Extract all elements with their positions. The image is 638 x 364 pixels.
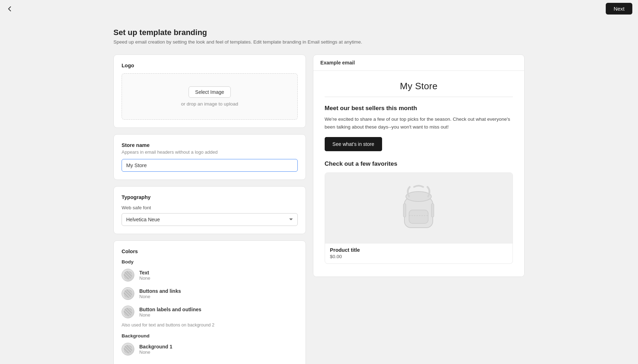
colors-title: Colors — [122, 249, 298, 254]
body-label: Body — [122, 259, 298, 265]
button-labels-value: None — [139, 312, 201, 318]
email-preview: My Store Meet our best sellers this mont… — [313, 71, 524, 277]
typography-card: Typography Web safe font Helvetica Neue … — [113, 186, 306, 234]
next-button[interactable]: Next — [606, 3, 632, 15]
web-safe-font-label: Web safe font — [122, 205, 298, 210]
background-label: Background — [122, 333, 298, 339]
main-content: Set up template branding Speed up email … — [106, 17, 532, 364]
background1-info: Background 1 None — [139, 344, 172, 355]
left-column: Logo Select Image or drop an image to up… — [113, 55, 306, 364]
logo-card: Logo Select Image or drop an image to up… — [113, 55, 306, 128]
text-color-value: None — [139, 275, 150, 281]
text-color-info: Text None — [139, 270, 150, 281]
example-email-header: Example email — [313, 55, 524, 71]
font-select[interactable]: Helvetica Neue Arial Georgia Times New R… — [122, 213, 298, 226]
svg-rect-5 — [431, 204, 434, 217]
email-body-text: We're excited to share a few of our top … — [325, 115, 513, 131]
swatch-inner — [124, 289, 132, 298]
swatch-inner — [124, 345, 132, 353]
select-image-button[interactable]: Select Image — [189, 86, 231, 98]
buttons-links-name: Buttons and links — [139, 288, 181, 294]
back-button[interactable] — [6, 5, 13, 13]
product-image-area — [325, 173, 513, 244]
color-row-buttons-links: Buttons and links None — [122, 287, 298, 300]
top-bar: Next — [0, 0, 638, 17]
store-name-card: Store name Appears in email headers with… — [113, 134, 306, 180]
color-row-background1: Background 1 None — [122, 343, 298, 356]
example-email-card: Example email My Store Meet our best sel… — [313, 55, 525, 277]
color-row-text: Text None — [122, 269, 298, 281]
background1-value: None — [139, 349, 172, 355]
button-labels-name: Button labels and outlines — [139, 307, 201, 312]
font-select-wrapper: Helvetica Neue Arial Georgia Times New R… — [122, 213, 298, 226]
page-title: Set up template branding — [113, 28, 525, 37]
background1-name: Background 1 — [139, 344, 172, 349]
swatch-inner — [124, 308, 132, 316]
upload-drop-text: or drop an image to upload — [181, 101, 238, 107]
text-color-swatch[interactable] — [122, 269, 134, 281]
upload-area[interactable]: Select Image or drop an image to upload — [122, 73, 298, 120]
email-cta-button[interactable]: See what's in store — [325, 137, 382, 151]
svg-rect-4 — [403, 204, 406, 217]
buttons-links-info: Buttons and links None — [139, 288, 181, 299]
button-labels-info: Button labels and outlines None — [139, 307, 201, 318]
product-title: Product title — [330, 247, 508, 253]
buttons-links-value: None — [139, 294, 181, 299]
buttons-links-swatch[interactable] — [122, 287, 134, 300]
product-price: $0.00 — [330, 254, 508, 259]
email-favorites-title: Check out a few favorites — [325, 160, 513, 167]
store-name-title: Store name — [122, 142, 298, 148]
colors-card: Colors Body Text None Bu — [113, 240, 306, 364]
page-subtitle: Speed up email creation by setting the l… — [113, 39, 525, 45]
text-color-name: Text — [139, 270, 150, 275]
button-labels-swatch[interactable] — [122, 306, 134, 318]
email-store-name: My Store — [325, 81, 513, 97]
svg-rect-2 — [409, 210, 428, 223]
also-used-text: Also used for text and buttons on backgr… — [122, 323, 298, 328]
two-column-layout: Logo Select Image or drop an image to up… — [113, 55, 525, 364]
typography-title: Typography — [122, 194, 298, 200]
swatch-inner — [124, 271, 132, 279]
store-name-hint: Appears in email headers without a logo … — [122, 149, 298, 155]
product-card: Product title $0.00 — [325, 172, 513, 264]
product-info: Product title $0.00 — [325, 244, 513, 263]
email-best-sellers-title: Meet our best sellers this month — [325, 105, 513, 112]
backpack-icon — [396, 182, 442, 235]
background1-swatch[interactable] — [122, 343, 134, 356]
color-row-button-labels: Button labels and outlines None — [122, 306, 298, 318]
logo-card-title: Logo — [122, 63, 298, 68]
store-name-input[interactable] — [122, 159, 298, 172]
